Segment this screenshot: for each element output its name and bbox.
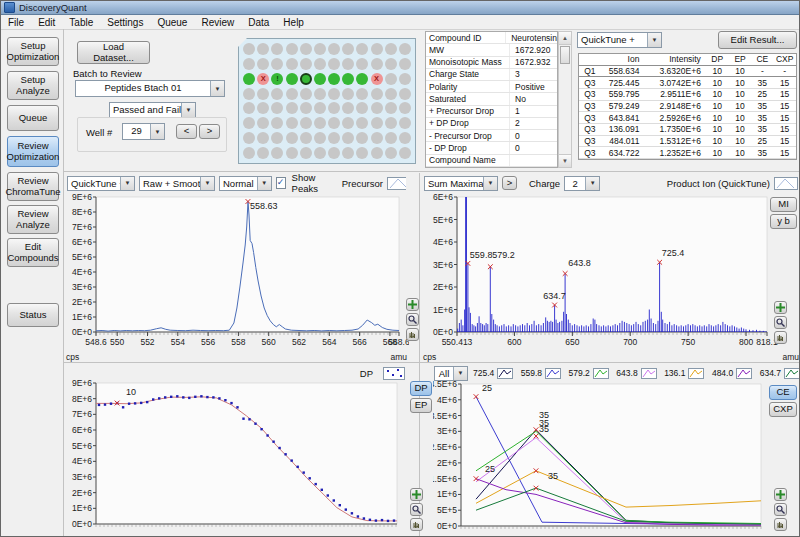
well[interactable] [328,147,340,159]
pass-fail-filter-select[interactable]: Passed and Failed ▼ [109,102,196,118]
table-row[interactable]: Q3484.0111.5312E+610102515 [579,136,796,148]
menu-item-review[interactable]: Review [194,17,241,28]
well[interactable] [385,88,397,100]
hand-tool-button[interactable] [406,328,419,341]
dropdown-arrow-icon[interactable]: ▼ [181,103,195,117]
sidebar-item-queue[interactable]: Queue [7,105,59,131]
menu-item-help[interactable]: Help [276,17,311,28]
well[interactable] [243,147,255,159]
well[interactable] [356,88,368,100]
legend-item[interactable]: 634.7 [760,368,800,379]
table-row[interactable]: Q3725.4453.0742E+610103515 [579,77,796,89]
well[interactable] [342,88,354,100]
well[interactable] [257,102,269,114]
well[interactable] [243,58,255,70]
product-ion-spectrum-chart[interactable]: 0E+01E+62E+63E+64E+65E+66E+6550.41360065… [421,192,800,364]
yb-toggle-button[interactable]: y b [770,214,797,229]
well[interactable]: X [371,73,383,85]
well[interactable] [371,147,383,159]
well-plate[interactable]: X!X [238,38,416,164]
table-row[interactable]: Q1558.6343.6320E+61010-- [579,66,796,78]
hand-tool-button[interactable] [774,518,787,531]
well[interactable] [271,43,283,55]
well[interactable] [399,117,411,129]
well[interactable] [300,43,312,55]
well[interactable] [314,117,326,129]
well[interactable] [257,132,269,144]
precursor-spectrum-chart[interactable]: 0E+01E+62E+63E+64E+65E+66E+67E+68E+69E+6… [64,192,409,364]
dropdown-arrow-icon[interactable]: ▼ [257,177,271,190]
well[interactable] [271,117,283,129]
well[interactable] [356,102,368,114]
well[interactable] [286,58,298,70]
well[interactable] [371,88,383,100]
result-mode-select[interactable]: QuickTune + ▼ [577,32,662,48]
well[interactable] [300,102,312,114]
well[interactable] [271,88,283,100]
scroll-up-icon[interactable]: ▲ [559,32,571,45]
well[interactable] [371,132,383,144]
well[interactable] [342,147,354,159]
scale-mode-select[interactable]: Normal ▼ [219,176,272,191]
hand-tool-button[interactable] [410,518,423,531]
previous-well-button[interactable]: < [176,124,197,139]
well[interactable] [243,132,255,144]
well[interactable] [371,102,383,114]
well[interactable] [271,58,283,70]
signal-mode-select[interactable]: Raw + Smooth ▼ [139,176,215,191]
well[interactable] [385,132,397,144]
table-row[interactable]: Q3559.7952.9511E+610102515 [579,89,796,101]
well[interactable] [328,43,340,55]
well[interactable] [342,102,354,114]
menu-item-file[interactable]: File [1,17,31,28]
sidebar-item-review-analyze[interactable]: Review Analyze [7,205,59,234]
well-number-select[interactable]: 29 ▼ [122,123,165,140]
well[interactable] [342,132,354,144]
pan-tool-button[interactable] [774,301,787,314]
well[interactable] [342,73,354,85]
well[interactable] [385,147,397,159]
well[interactable] [385,117,397,129]
well[interactable] [286,132,298,144]
well[interactable] [300,117,312,129]
well[interactable] [314,88,326,100]
dropdown-arrow-icon[interactable]: ▼ [200,177,214,190]
well[interactable] [385,58,397,70]
pan-tool-button[interactable] [774,488,787,501]
well[interactable] [356,58,368,70]
well[interactable] [300,73,312,85]
well[interactable] [328,117,340,129]
well[interactable] [300,58,312,70]
sidebar-item-setup-optimization[interactable]: Setup Optimization [7,37,59,66]
scroll-down-icon[interactable]: ▼ [559,154,571,167]
legend-item[interactable]: 643.8 [616,368,656,379]
menu-item-table[interactable]: Table [62,17,100,28]
pan-tool-button[interactable] [406,298,419,311]
next-well-button[interactable]: > [199,124,220,139]
well[interactable] [257,117,269,129]
well[interactable] [314,58,326,70]
well[interactable] [314,43,326,55]
menu-item-settings[interactable]: Settings [100,17,150,28]
well[interactable] [356,73,368,85]
zoom-tool-button[interactable] [774,503,787,516]
well[interactable] [286,88,298,100]
table-row[interactable]: Q3136.0911.7350E+610103515 [579,124,796,136]
dropdown-arrow-icon[interactable]: ▼ [647,33,661,47]
show-peaks-checkbox[interactable]: ✓ [276,177,286,189]
well[interactable] [286,73,298,85]
zoom-tool-button[interactable] [406,313,419,326]
legend-item[interactable]: 136.1 [664,368,704,379]
dropdown-arrow-icon[interactable]: ▼ [120,177,134,190]
well[interactable] [328,132,340,144]
well[interactable] [243,102,255,114]
sum-maxima-select[interactable]: Sum Maxima ▼ [424,176,498,191]
dp-ramp-chart[interactable]: 0E+01E+62E+63E+64E+65E+66E+67E+68E+69E+6… [64,379,409,537]
well[interactable] [328,73,340,85]
well[interactable] [314,73,326,85]
legend-item[interactable]: 725.4 [473,368,513,379]
well[interactable] [385,43,397,55]
ep-tab-button[interactable]: EP [410,398,432,413]
well[interactable] [257,147,269,159]
menu-item-queue[interactable]: Queue [150,17,194,28]
